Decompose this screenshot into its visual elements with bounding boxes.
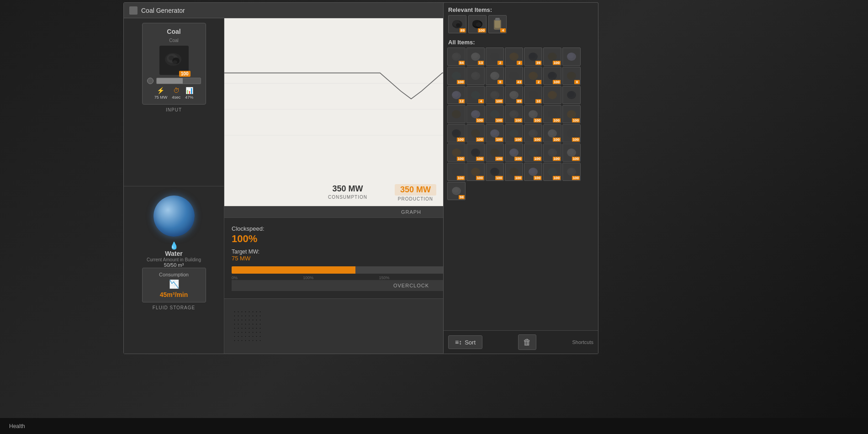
inventory-item-3[interactable]: 2 [505, 48, 523, 66]
item-badge-12: 100 [553, 80, 561, 84]
inventory-item-43[interactable]: 100 [466, 163, 485, 181]
speaker-dot [259, 315, 261, 317]
item-badge-4: 39 [535, 61, 541, 65]
inventory-item-20[interactable] [562, 86, 581, 104]
inventory-item-46[interactable]: 100 [524, 163, 542, 181]
inventory-item-7[interactable]: 100 [447, 67, 466, 85]
item-badge-15: 4 [478, 99, 484, 103]
relevant-item-1[interactable]: 89 [448, 15, 466, 33]
inventory-item-49[interactable]: 98 [447, 182, 466, 200]
inventory-item-12[interactable]: 100 [543, 67, 561, 85]
speaker-dot [244, 315, 247, 317]
health-label: Health [9, 423, 25, 429]
inventory-item-23[interactable]: 100 [486, 105, 504, 123]
item-badge-43: 100 [476, 176, 484, 180]
marker-0: 0% [232, 275, 238, 280]
speaker-dot [248, 311, 250, 313]
relevant-item-2[interactable]: 100 [468, 15, 487, 33]
inventory-item-47[interactable]: 100 [543, 163, 561, 181]
inventory-item-42[interactable]: 100 [447, 163, 466, 181]
inventory-item-5[interactable]: 100 [543, 48, 561, 66]
inventory-item-38[interactable]: 100 [505, 143, 523, 162]
svg-point-63 [567, 91, 574, 97]
svg-point-109 [471, 168, 478, 174]
inventory-item-6[interactable] [562, 48, 581, 66]
speaker-row-4 [233, 323, 261, 325]
inventory-item-9[interactable]: 8 [486, 67, 504, 85]
inventory-item-22[interactable]: 100 [466, 105, 485, 123]
water-amount: 50/50 m³ [164, 262, 184, 268]
svg-point-87 [529, 130, 535, 135]
item-badge-39: 100 [534, 157, 541, 161]
coal-svg [163, 51, 185, 70]
item-badge-40: 100 [553, 157, 561, 161]
item-badge-42: 100 [457, 176, 465, 180]
inventory-item-18[interactable]: 10 [524, 86, 542, 104]
inventory-item-0[interactable]: 84 [447, 48, 466, 66]
overclock-fill [232, 266, 355, 274]
marker-150: 150% [379, 275, 389, 280]
svg-point-107 [452, 168, 459, 174]
inventory-item-29[interactable]: 100 [466, 124, 485, 143]
inventory-item-25[interactable]: 100 [524, 105, 542, 123]
speaker-dot [241, 327, 243, 329]
inventory-item-4[interactable]: 39 [524, 48, 542, 66]
sort-button[interactable]: ≡↕ Sort [448, 335, 482, 349]
coal-image: 100 [159, 46, 189, 75]
relevant-badge-3: 4 [500, 28, 506, 32]
inventory-item-19[interactable] [543, 86, 561, 104]
inventory-item-45[interactable]: 100 [505, 163, 523, 181]
inventory-item-1[interactable]: 13 [466, 48, 485, 66]
speaker-dot [244, 323, 247, 325]
speaker-row-3 [233, 319, 261, 321]
inventory-item-14[interactable]: 12 [447, 86, 466, 104]
inventory-item-13[interactable]: 8 [562, 67, 581, 85]
inventory-item-48[interactable]: 100 [562, 163, 581, 181]
item-badge-22: 100 [476, 118, 484, 122]
speaker-dot [255, 331, 258, 333]
inventory-item-36[interactable]: 100 [466, 143, 485, 162]
relevant-item-3[interactable]: 4 [488, 15, 507, 33]
speaker-dot [255, 339, 258, 342]
svg-point-33 [548, 53, 555, 58]
svg-point-79 [452, 130, 459, 135]
inventory-item-34[interactable]: 100 [562, 124, 581, 143]
svg-point-111 [491, 168, 497, 174]
speaker-dot [233, 339, 236, 342]
marker-100: 100% [303, 275, 313, 280]
inventory-item-30[interactable]: 100 [486, 124, 504, 143]
inventory-item-39[interactable]: 100 [524, 143, 542, 162]
inventory-item-17[interactable]: 89 [505, 86, 523, 104]
inventory-item-40[interactable]: 100 [543, 143, 561, 162]
inventory-item-41[interactable]: 100 [562, 143, 581, 162]
svg-point-53 [471, 91, 478, 97]
inventory-item-27[interactable]: 100 [562, 105, 581, 123]
inventory-item-31[interactable]: 100 [505, 124, 523, 143]
inventory-item-21[interactable] [447, 105, 466, 123]
inventory-item-8[interactable] [466, 67, 485, 85]
inventory-item-26[interactable]: 100 [543, 105, 561, 123]
inventory-item-11[interactable]: 2 [524, 67, 542, 85]
item-badge-1: 13 [478, 61, 484, 65]
stat-eff-value: 47% [185, 95, 193, 100]
inventory-item-32[interactable]: 100 [524, 124, 542, 143]
svg-point-69 [491, 111, 497, 116]
inventory-item-10[interactable]: 43 [505, 67, 523, 85]
inventory-item-35[interactable]: 100 [447, 143, 466, 162]
svg-point-37 [452, 72, 459, 78]
target-mw-unit: MW [240, 255, 250, 262]
inventory-item-28[interactable]: 100 [447, 124, 466, 143]
sort-label: Sort [465, 339, 476, 346]
inventory-item-44[interactable]: 100 [486, 163, 504, 181]
inventory-item-2[interactable]: 2 [486, 48, 504, 66]
item-badge-26: 100 [553, 118, 561, 122]
trash-button[interactable]: 🗑 [518, 334, 536, 350]
inventory-item-15[interactable]: 4 [466, 86, 485, 104]
inventory-item-16[interactable]: 100 [486, 86, 504, 104]
inventory-item-33[interactable]: 100 [543, 124, 561, 143]
consumption-value: 45m³/min [160, 291, 188, 298]
inventory-item-37[interactable]: 100 [486, 143, 504, 162]
inventory-item-24[interactable]: 100 [505, 105, 523, 123]
stat-production: 350 MW PRODUCTION [395, 184, 436, 201]
speaker-dot [233, 331, 236, 333]
